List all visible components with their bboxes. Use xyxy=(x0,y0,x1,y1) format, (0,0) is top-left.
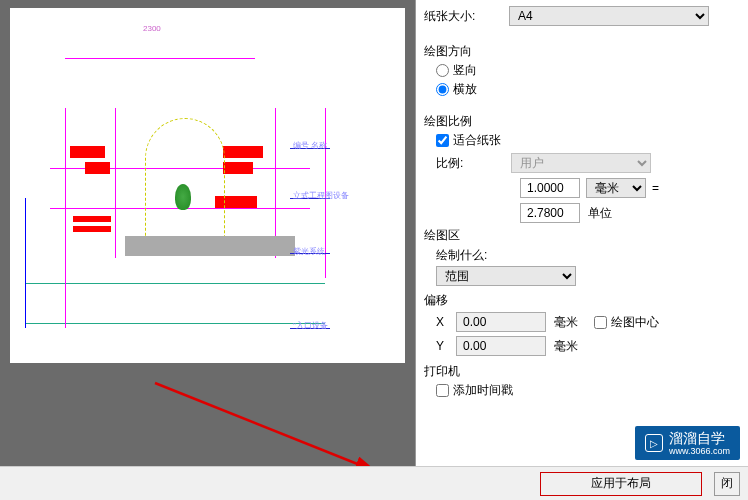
scale-value1-input[interactable] xyxy=(520,178,580,198)
button-bar: 应用于布局 闭 xyxy=(0,466,748,500)
cad-label: 编号 名称 xyxy=(293,140,327,151)
portrait-label: 竖向 xyxy=(453,62,477,79)
close-button[interactable]: 闭 xyxy=(714,472,740,496)
settings-panel: 纸张大小: A4 绘图方向 竖向 横放 绘图比例 适合纸张 比例: 用户 xyxy=(415,0,748,500)
ratio-label: 比例: xyxy=(436,155,511,172)
apply-layout-button[interactable]: 应用于布局 xyxy=(540,472,702,496)
scale-section: 绘图比例 xyxy=(424,113,740,130)
area-what-label: 绘制什么: xyxy=(436,247,740,264)
equals-text: = xyxy=(652,181,659,195)
fit-paper-label: 适合纸张 xyxy=(453,132,501,149)
timestamp-checkbox[interactable] xyxy=(436,384,449,397)
paper-size-select[interactable]: A4 xyxy=(509,6,709,26)
printer-section: 打印机 xyxy=(424,363,740,380)
offset-section: 偏移 xyxy=(424,292,740,309)
orientation-section: 绘图方向 xyxy=(424,43,740,60)
play-icon: ▷ xyxy=(645,434,663,452)
scale-unit2-label: 单位 xyxy=(588,205,612,222)
watermark: ▷ 溜溜自学 www.3066.com xyxy=(635,426,740,460)
offset-x-label: X xyxy=(436,315,456,329)
offset-y-unit: 毫米 xyxy=(554,338,578,355)
cad-label: 立式工程图设备 xyxy=(293,190,349,201)
scale-value2-input[interactable] xyxy=(520,203,580,223)
cad-label: "入口设备 xyxy=(293,320,328,331)
cad-label: 紫光系统 xyxy=(293,246,325,257)
timestamp-label: 添加时间戳 xyxy=(453,382,513,399)
watermark-url: www.3066.com xyxy=(669,446,730,456)
area-what-select[interactable]: 范围 xyxy=(436,266,576,286)
fit-paper-checkbox[interactable] xyxy=(436,134,449,147)
portrait-radio[interactable] xyxy=(436,64,449,77)
center-label: 绘图中心 xyxy=(611,314,659,331)
landscape-radio[interactable] xyxy=(436,83,449,96)
scale-unit1-select[interactable]: 毫米 xyxy=(586,178,646,198)
ratio-select: 用户 xyxy=(511,153,651,173)
offset-y-label: Y xyxy=(436,339,456,353)
drawing-preview: 编号 名称 立式工程图设备 紫光系统 "入口设备 2300 xyxy=(10,8,405,363)
watermark-brand: 溜溜自学 xyxy=(669,430,725,446)
area-section: 绘图区 xyxy=(424,227,740,244)
center-checkbox[interactable] xyxy=(594,316,607,329)
offset-y-input[interactable] xyxy=(456,336,546,356)
offset-x-unit: 毫米 xyxy=(554,314,578,331)
preview-pane: 编号 名称 立式工程图设备 紫光系统 "入口设备 2300 xyxy=(0,0,415,500)
landscape-label: 横放 xyxy=(453,81,477,98)
offset-x-input[interactable] xyxy=(456,312,546,332)
paper-size-label: 纸张大小: xyxy=(424,8,509,25)
